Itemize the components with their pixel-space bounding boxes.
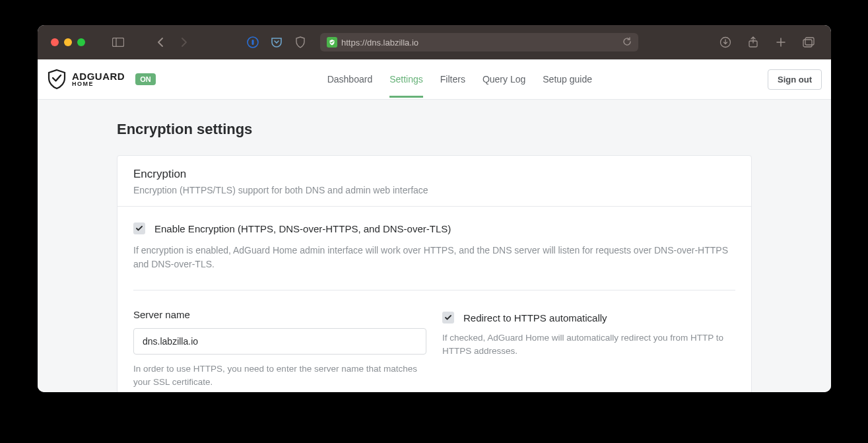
sign-out-button[interactable]: Sign out — [768, 69, 822, 90]
redirect-label: Redirect to HTTPS automatically — [463, 312, 607, 324]
enable-encryption-checkbox[interactable] — [133, 222, 145, 234]
server-name-label: Server name — [133, 309, 426, 320]
app-content: ADGUARD HOME ON Dashboard Settings Filte… — [38, 59, 831, 392]
downloads-icon[interactable] — [716, 33, 735, 51]
redirect-row[interactable]: Redirect to HTTPS automatically — [442, 312, 735, 324]
status-badge: ON — [135, 73, 156, 85]
tabs-overview-icon[interactable] — [799, 33, 818, 51]
card-subtitle: Encryption (HTTPS/TLS) support for both … — [133, 185, 735, 195]
url-text: https://dns.labzilla.io — [341, 38, 618, 48]
app-header: ADGUARD HOME ON Dashboard Settings Filte… — [38, 59, 831, 100]
redirect-col: Redirect to HTTPS automatically If check… — [442, 309, 735, 390]
window-minimize-button[interactable] — [64, 38, 72, 46]
logo-text-top: ADGUARD — [72, 71, 125, 81]
page-body: Encryption settings Encryption Encryptio… — [38, 100, 831, 392]
reload-icon[interactable] — [622, 37, 632, 48]
form-row: Server name In order to use HTTPS, you n… — [133, 309, 735, 390]
page-title: Encryption settings — [117, 121, 752, 138]
browser-window: https://dns.labzilla.io — [38, 25, 831, 392]
address-bar[interactable]: https://dns.labzilla.io — [320, 33, 638, 51]
redirect-help: If checked, AdGuard Home will automatica… — [442, 331, 735, 358]
window-maximize-button[interactable] — [77, 38, 85, 46]
server-name-col: Server name In order to use HTTPS, you n… — [133, 309, 426, 390]
extension-1password-icon[interactable] — [244, 33, 262, 51]
nav-filters[interactable]: Filters — [440, 61, 465, 98]
divider — [133, 290, 735, 290]
card-header: Encryption Encryption (HTTPS/TLS) suppor… — [117, 156, 751, 207]
sidebar-toggle-icon[interactable] — [109, 33, 127, 51]
server-name-help: In order to use HTTPS, you need to enter… — [133, 362, 426, 390]
card-title: Encryption — [133, 168, 735, 181]
app-logo[interactable]: ADGUARD HOME ON — [47, 69, 156, 90]
enable-encryption-help: If encryption is enabled, AdGuard Home a… — [133, 244, 735, 271]
extension-pocket-icon[interactable] — [267, 33, 286, 51]
forward-button-icon[interactable] — [175, 33, 193, 51]
window-close-button[interactable] — [51, 38, 59, 46]
nav-query-log[interactable]: Query Log — [483, 61, 525, 98]
main-nav: Dashboard Settings Filters Query Log Set… — [327, 61, 592, 98]
traffic-lights — [51, 38, 85, 46]
logo-text-bottom: HOME — [72, 81, 125, 87]
svg-rect-6 — [803, 40, 812, 47]
adguard-shield-icon — [47, 69, 67, 90]
redirect-checkbox[interactable] — [442, 312, 454, 324]
logo-text: ADGUARD HOME — [72, 71, 125, 87]
enable-encryption-label: Enable Encryption (HTTPS, DNS-over-HTTPS… — [154, 223, 451, 234]
new-tab-icon[interactable] — [772, 33, 790, 51]
privacy-shield-icon[interactable] — [291, 33, 310, 51]
card-body: Enable Encryption (HTTPS, DNS-over-HTTPS… — [117, 207, 751, 392]
nav-dashboard[interactable]: Dashboard — [327, 61, 373, 98]
server-name-input[interactable] — [133, 328, 426, 355]
encryption-card: Encryption Encryption (HTTPS/TLS) suppor… — [117, 155, 752, 392]
svg-rect-3 — [252, 40, 254, 45]
nav-settings[interactable]: Settings — [389, 61, 423, 98]
share-icon[interactable] — [744, 33, 762, 51]
svg-rect-7 — [805, 38, 814, 45]
svg-rect-0 — [113, 38, 124, 47]
site-lock-icon — [327, 37, 337, 48]
browser-titlebar: https://dns.labzilla.io — [38, 25, 831, 59]
enable-encryption-row[interactable]: Enable Encryption (HTTPS, DNS-over-HTTPS… — [133, 222, 735, 234]
back-button-icon[interactable] — [151, 33, 170, 51]
nav-setup-guide[interactable]: Setup guide — [543, 61, 592, 98]
